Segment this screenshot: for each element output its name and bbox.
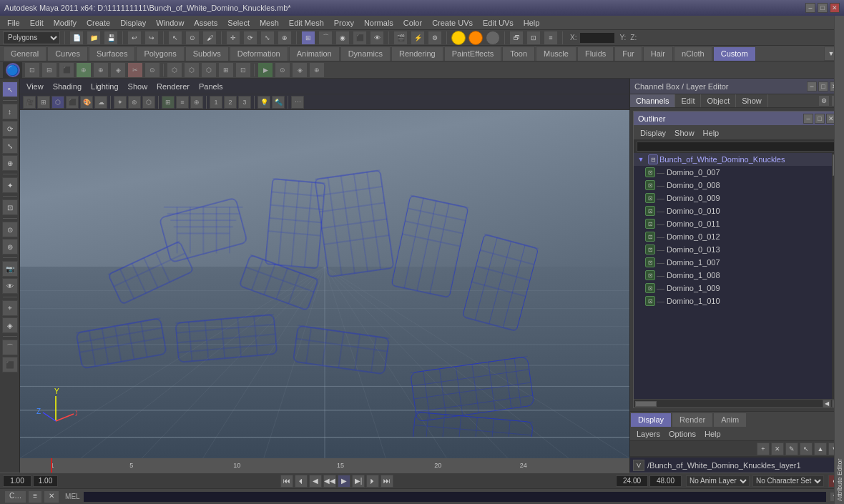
vp-icon-res-med[interactable]: 2 — [224, 96, 237, 109]
vp-icon-light2[interactable]: 🔦 — [272, 96, 285, 109]
color-yellow-icon[interactable] — [451, 31, 466, 45]
prev-frame-btn[interactable]: ◀ — [309, 475, 322, 488]
scale-icon[interactable]: ⤡ — [260, 31, 275, 45]
menu-proxy[interactable]: Proxy — [330, 17, 358, 29]
tab-curves[interactable]: Curves — [47, 46, 88, 61]
shelf-btn-15[interactable]: ⊙ — [275, 62, 290, 78]
layer-select-icon[interactable]: ↖ — [800, 443, 813, 455]
ch-minimize-btn[interactable]: – — [807, 81, 817, 92]
menu-file[interactable]: File — [3, 17, 24, 29]
shelf-btn-7[interactable]: ✂ — [127, 62, 143, 78]
next-frame-btn[interactable]: ▶| — [352, 475, 365, 488]
anim-layer-select[interactable]: No Anim Layer — [686, 475, 750, 487]
disp-tab-display[interactable]: Display — [630, 412, 672, 427]
tab-toon[interactable]: Toon — [502, 46, 535, 61]
move-tool-btn[interactable]: ↕ — [2, 104, 18, 119]
tree-item-4[interactable]: ⊡ — Domino_0_011 — [634, 217, 832, 230]
tab-dynamics[interactable]: Dynamics — [340, 46, 391, 61]
range-end-input[interactable] — [616, 475, 648, 487]
x-coord-input[interactable] — [579, 32, 615, 44]
sculpt-btn[interactable]: ⌖ — [2, 300, 18, 316]
shelf-btn-16[interactable]: ◈ — [292, 62, 308, 78]
vp-icon-xray[interactable]: ⬡ — [142, 96, 155, 109]
camera-tool-btn[interactable]: 📷 — [2, 261, 18, 277]
shelf-btn-3[interactable]: ⬛ — [59, 62, 74, 78]
vp-icon-more[interactable]: ⋯ — [291, 96, 304, 109]
vp-icon-texture[interactable]: 🎨 — [80, 96, 93, 109]
layer-edit-icon[interactable]: ✎ — [785, 443, 798, 455]
shelf-btn-13[interactable]: ⊡ — [235, 62, 251, 78]
shelf-btn-5[interactable]: ⊕ — [93, 62, 109, 78]
select-icon[interactable]: ↖ — [168, 31, 182, 45]
view-tool-btn[interactable]: 👁 — [2, 278, 18, 294]
vp-menu-view[interactable]: View — [23, 81, 47, 92]
outliner-menu-display[interactable]: Display — [637, 127, 669, 139]
current-frame-input[interactable] — [3, 475, 31, 487]
color-orange-icon[interactable] — [468, 31, 483, 45]
menu-edit-uvs[interactable]: Edit UVs — [479, 17, 518, 29]
shelf-btn-4[interactable]: ⊕ — [76, 62, 92, 78]
layer-move-up-icon[interactable]: ▲ — [814, 443, 827, 455]
tree-item-root[interactable]: ▼ ⊟ Bunch_of_White_Domino_Knuckles — [634, 153, 832, 166]
tab-surfaces[interactable]: Surfaces — [89, 46, 135, 61]
tab-ncloth[interactable]: nCloth — [674, 46, 712, 61]
mode-select[interactable]: Polygons Animation Rendering Dynamics — [3, 31, 60, 44]
universal-manip-icon[interactable]: ⊕ — [278, 31, 292, 45]
range-start-input[interactable] — [33, 475, 58, 487]
paint-select-btn[interactable]: ⊚ — [2, 239, 18, 255]
layer-visibility-btn[interactable]: V — [633, 460, 644, 471]
vp-icon-highlight[interactable]: ✦ — [114, 96, 127, 109]
vp-menu-lighting[interactable]: Lighting — [87, 81, 122, 92]
rotate-icon[interactable]: ⟳ — [243, 31, 257, 45]
render-settings-icon[interactable]: ⚙ — [428, 31, 442, 45]
show-manip-btn[interactable]: ⊡ — [2, 199, 18, 215]
tab-subdivs[interactable]: Subdivs — [185, 46, 229, 61]
curve-tool-btn[interactable]: ⌒ — [2, 340, 18, 355]
ch-tab-object[interactable]: Object — [701, 94, 736, 107]
tab-deformation[interactable]: Deformation — [230, 46, 288, 61]
menu-modify[interactable]: Modify — [49, 17, 81, 29]
layer-menu-help[interactable]: Help — [701, 428, 725, 440]
outliner-menu-show[interactable]: Show — [671, 127, 698, 139]
select-tool-btn[interactable]: ↖ — [2, 81, 18, 97]
ch-tab-channels[interactable]: Channels — [630, 94, 675, 107]
vp-menu-renderer[interactable]: Renderer — [153, 81, 193, 92]
ipr-icon[interactable]: ⚡ — [411, 31, 425, 45]
shelf-btn-11[interactable]: ⬡ — [201, 62, 217, 78]
scale-tool-btn[interactable]: ⤡ — [2, 138, 18, 154]
menu-window[interactable]: Window — [152, 17, 188, 29]
snap-point-icon[interactable]: ◉ — [335, 31, 350, 45]
layer-delete-icon[interactable]: ✕ — [771, 443, 784, 455]
vp-icon-camera[interactable]: 🎥 — [23, 96, 36, 109]
tab-rendering[interactable]: Rendering — [391, 46, 443, 61]
bottom-mode-tab[interactable]: C… — [4, 490, 26, 503]
vp-menu-panels[interactable]: Panels — [195, 81, 227, 92]
play-back-btn[interactable]: ◀◀ — [323, 475, 336, 488]
ch-float-btn[interactable]: □ — [818, 81, 828, 92]
ch-tab-show[interactable]: Show — [736, 94, 768, 107]
tree-item-6[interactable]: ⊡ — Domino_0_013 — [634, 243, 832, 256]
tab-polygons[interactable]: Polygons — [136, 46, 184, 61]
outliner-minimize-btn[interactable]: – — [803, 114, 813, 124]
tab-painteffects[interactable]: PaintEffects — [444, 46, 502, 61]
vp-icon-grid[interactable]: ⊞ — [162, 96, 175, 109]
root-expand-icon[interactable]: ▼ — [635, 154, 647, 165]
layer-menu-layers[interactable]: Layers — [633, 428, 664, 440]
viewport-3d[interactable]: Y X Z — [20, 110, 629, 458]
new-file-icon[interactable]: 📄 — [69, 31, 84, 45]
shelf-btn-9[interactable]: ⬡ — [167, 62, 182, 78]
play-forward-btn[interactable]: ▶ — [338, 475, 350, 488]
vp-icon-isolate[interactable]: ⊚ — [128, 96, 141, 109]
snap-grid-icon[interactable]: ⊞ — [301, 31, 315, 45]
tree-item-2[interactable]: ⊡ — Domino_0_009 — [634, 192, 832, 204]
tab-fur[interactable]: Fur — [614, 46, 642, 61]
mel-command-input[interactable] — [83, 491, 827, 503]
tab-muscle[interactable]: Muscle — [536, 46, 576, 61]
step-back-btn[interactable]: ⏴ — [295, 475, 308, 488]
tree-item-5[interactable]: ⊡ — Domino_0_012 — [634, 230, 832, 243]
move-icon[interactable]: ✛ — [226, 31, 240, 45]
menu-display[interactable]: Display — [116, 17, 150, 29]
open-file-icon[interactable]: 📁 — [87, 31, 101, 45]
shelf-btn-10[interactable]: ⬡ — [184, 62, 200, 78]
shelf-btn-12[interactable]: ⊞ — [218, 62, 234, 78]
